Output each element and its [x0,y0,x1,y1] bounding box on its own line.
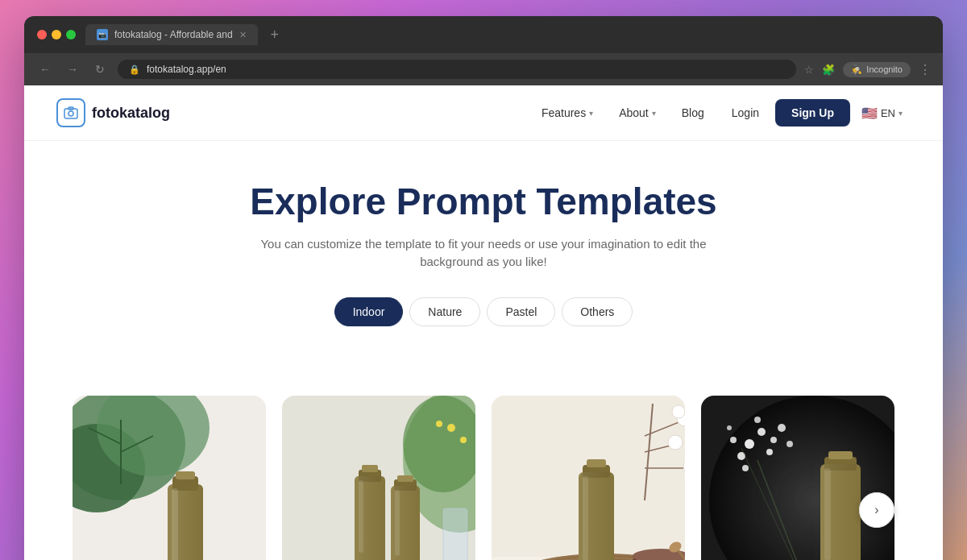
svg-point-65 [745,439,754,449]
svg-point-73 [727,425,732,430]
svg-rect-29 [362,465,378,472]
about-chevron-icon: ▾ [652,109,656,118]
svg-rect-61 [583,476,588,560]
svg-point-44 [672,405,685,418]
svg-point-22 [460,437,467,443]
secure-icon: 🔒 [129,64,140,75]
browser-tab[interactable]: 📷 fotokatalog - Affordable and ✕ [85,24,258,45]
nav-features[interactable]: Features ▾ [530,100,604,126]
filter-tab-indoor[interactable]: Indoor [334,297,404,326]
page-subtitle: You can customize the template to fit yo… [250,235,717,272]
features-label: Features [542,106,586,119]
flag-icon: 🇺🇸 [861,106,878,121]
nav-login-button[interactable]: Login [719,100,772,126]
incognito-label: Incognito [866,64,903,74]
svg-point-23 [436,421,442,427]
url-display: fotokatalog.app/en [147,64,226,75]
tab-close-button[interactable]: ✕ [239,30,247,40]
card-2[interactable] [282,396,475,560]
extensions-icon[interactable]: 🧩 [822,64,835,76]
nav-blog[interactable]: Blog [670,100,716,126]
svg-point-69 [730,437,737,443]
svg-rect-59 [587,459,606,467]
nav-about[interactable]: About ▾ [608,100,667,126]
card-4[interactable] [701,396,894,560]
svg-rect-24 [443,508,467,560]
language-selector[interactable]: 🇺🇸 EN ▾ [853,99,911,127]
svg-rect-34 [397,475,413,482]
svg-point-1 [68,111,73,116]
filter-tab-pastel[interactable]: Pastel [487,297,555,326]
cards-section: ‹ › [24,383,943,560]
svg-rect-80 [828,451,853,459]
svg-point-75 [742,465,749,471]
tab-title: fotokatalog - Affordable and [114,29,233,40]
page-title: Explore Prompt Templates [56,181,911,222]
filter-tabs: Indoor Nature Pastel Others [56,297,911,326]
svg-point-67 [770,437,777,443]
window-controls [37,30,76,39]
address-bar[interactable]: 🔒 fotokatalog.app/en [118,60,796,79]
svg-point-72 [766,449,773,455]
browser-window: 📷 fotokatalog - Affordable and ✕ + ← → ↻… [24,16,943,560]
back-button[interactable]: ← [35,60,55,79]
maximize-window-button[interactable] [66,30,76,39]
incognito-badge: 🕵️ Incognito [843,62,911,77]
logo-text: fotokatalog [92,105,170,122]
close-window-button[interactable] [37,30,47,39]
cards-grid [73,396,894,560]
svg-rect-36 [395,490,400,556]
hero-section: Explore Prompt Templates You can customi… [24,141,943,383]
logo-icon [56,98,85,127]
filter-tab-nature[interactable]: Nature [409,297,480,326]
tab-favicon: 📷 [97,29,108,40]
svg-rect-0 [64,109,77,118]
new-tab-button[interactable]: + [271,27,280,44]
svg-point-70 [754,417,761,423]
nav-signup-button[interactable]: Sign Up [775,99,850,127]
features-chevron-icon: ▾ [589,109,593,118]
filter-tab-others[interactable]: Others [562,297,633,326]
svg-point-74 [786,441,793,447]
svg-point-21 [447,424,455,432]
toolbar-right: ☆ 🧩 🕵️ Incognito ⋮ [804,62,932,77]
svg-rect-15 [176,471,195,479]
browser-toolbar: ← → ↻ 🔒 fotokatalog.app/en ☆ 🧩 🕵️ Incogn… [24,53,943,85]
svg-point-45 [668,435,683,450]
page-content: fotokatalog Features ▾ About ▾ Blog Logi… [24,85,943,560]
svg-point-71 [778,424,786,432]
bookmark-icon[interactable]: ☆ [804,64,814,76]
forward-button[interactable]: → [63,60,82,79]
card-3[interactable] [492,396,685,560]
card-1[interactable] [73,396,266,560]
logo[interactable]: fotokatalog [56,98,170,127]
carousel-next-button[interactable]: › [859,492,894,528]
about-label: About [619,106,649,119]
svg-rect-16 [172,488,178,560]
site-nav: fotokatalog Features ▾ About ▾ Blog Logi… [24,85,943,141]
svg-rect-82 [824,468,831,560]
browser-menu-button[interactable]: ⋮ [919,62,932,77]
language-chevron-icon: ▾ [899,109,903,118]
svg-rect-31 [359,480,363,553]
incognito-icon: 🕵️ [851,64,862,75]
browser-titlebar: 📷 fotokatalog - Affordable and ✕ + [24,16,943,53]
refresh-button[interactable]: ↻ [90,60,110,79]
nav-links: Features ▾ About ▾ Blog Login Sign Up 🇺🇸… [530,99,911,127]
blog-label: Blog [682,106,704,119]
minimize-window-button[interactable] [52,30,61,39]
svg-point-66 [757,428,766,436]
language-label: EN [881,107,895,119]
